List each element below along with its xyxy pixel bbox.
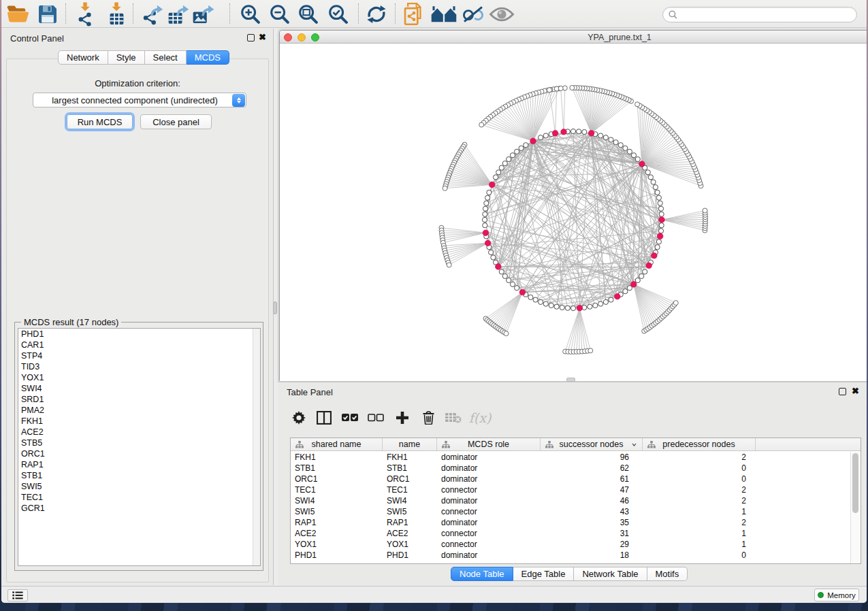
settings-button[interactable] <box>289 408 309 428</box>
mcds-result-item[interactable]: ORC1 <box>18 448 260 459</box>
column-header-predecessor-nodes[interactable]: predecessor nodes <box>643 438 756 450</box>
table-row[interactable]: RAP1RAP1dominator352 <box>291 517 861 528</box>
export-table-button[interactable] <box>167 3 191 25</box>
cell-successor-nodes[interactable]: 46 <box>541 496 643 506</box>
cell-shared-name[interactable]: YOX1 <box>291 540 383 549</box>
network-window-titlebar[interactable]: YPA_prune.txt_1 <box>280 31 867 44</box>
table-row[interactable]: ACE2ACE2connector311 <box>291 528 861 539</box>
close-table-panel-icon[interactable]: ✖ <box>852 386 859 396</box>
column-header-successor-nodes[interactable]: successor nodes <box>541 438 643 450</box>
cell-MCDS-role[interactable]: dominator <box>437 463 541 473</box>
cell-predecessor-nodes[interactable]: 2 <box>643 518 756 527</box>
mcds-result-item[interactable]: TEC1 <box>18 492 260 503</box>
cell-MCDS-role[interactable]: dominator <box>437 474 541 484</box>
run-mcds-button[interactable]: Run MCDS <box>67 114 133 129</box>
import-table-button[interactable] <box>104 3 129 25</box>
export-image-button[interactable] <box>191 3 216 25</box>
cell-successor-nodes[interactable]: 43 <box>541 507 643 516</box>
tab-network[interactable]: Network <box>58 50 108 65</box>
mcds-result-item[interactable]: STP4 <box>18 350 260 361</box>
mcds-result-item[interactable]: STB1 <box>18 470 260 481</box>
mcds-result-list[interactable]: PHD1CAR1STP4TID3YOX1SWI4SRD1PMA2FKH1ACE2… <box>18 328 261 566</box>
export-network-button[interactable] <box>141 3 165 25</box>
cell-name[interactable]: ORC1 <box>383 474 437 484</box>
tab-style[interactable]: Style <box>108 50 145 65</box>
table-row[interactable]: TEC1TEC1connector472 <box>291 484 861 495</box>
close-panel-button[interactable]: Close panel <box>140 114 212 129</box>
mcds-result-item[interactable]: CAR1 <box>18 340 260 350</box>
cell-predecessor-nodes[interactable]: 0 <box>643 474 756 484</box>
tab-select[interactable]: Select <box>145 50 187 65</box>
mcds-result-item[interactable]: GCR1 <box>18 503 260 514</box>
mcds-result-item[interactable]: ACE2 <box>18 427 260 437</box>
cell-successor-nodes[interactable]: 62 <box>541 463 643 473</box>
zoom-in-button[interactable] <box>238 3 262 25</box>
float-table-panel-icon[interactable] <box>839 388 846 395</box>
cell-MCDS-role[interactable]: dominator <box>437 452 541 462</box>
mcds-result-item[interactable]: FKH1 <box>18 416 260 427</box>
search-field[interactable] <box>662 7 857 22</box>
mcds-result-item[interactable]: SWI4 <box>18 383 260 394</box>
network-canvas[interactable] <box>280 44 867 381</box>
cell-MCDS-role[interactable]: dominator <box>437 496 541 506</box>
cell-predecessor-nodes[interactable]: 1 <box>643 529 756 538</box>
cell-name[interactable]: RAP1 <box>383 518 437 527</box>
cell-successor-nodes[interactable]: 47 <box>541 485 643 495</box>
mcds-result-item[interactable]: RAP1 <box>18 459 260 470</box>
cell-shared-name[interactable]: FKH1 <box>291 452 383 462</box>
table-scrollbar-thumb[interactable] <box>852 453 858 513</box>
cell-predecessor-nodes[interactable]: 2 <box>643 485 756 495</box>
search-input[interactable] <box>681 9 856 21</box>
cell-predecessor-nodes[interactable]: 1 <box>643 540 756 549</box>
cell-successor-nodes[interactable]: 18 <box>541 550 643 560</box>
mcds-result-item[interactable]: TID3 <box>18 361 260 372</box>
cell-name[interactable]: TEC1 <box>383 485 437 495</box>
cell-MCDS-role[interactable]: connector <box>437 529 541 538</box>
float-panel-icon[interactable] <box>247 34 255 42</box>
hide-glasses-button[interactable] <box>461 3 485 25</box>
column-header-MCDS-role[interactable]: MCDS role <box>437 438 541 450</box>
cell-MCDS-role[interactable]: dominator <box>437 518 541 527</box>
refresh-button[interactable] <box>364 3 389 25</box>
zoom-out-button[interactable] <box>267 3 291 25</box>
mcds-result-item[interactable]: PHD1 <box>18 329 260 340</box>
cell-successor-nodes[interactable]: 61 <box>541 474 643 484</box>
cell-shared-name[interactable]: SWI4 <box>291 496 383 506</box>
cell-MCDS-role[interactable]: connector <box>437 540 541 549</box>
column-header-name[interactable]: name <box>383 438 437 450</box>
cell-MCDS-role[interactable]: connector <box>437 485 541 495</box>
tab-motifs[interactable]: Motifs <box>647 567 688 581</box>
table-row[interactable]: ORC1ORC1dominator610 <box>291 474 861 484</box>
automation-panel-button[interactable] <box>7 589 28 601</box>
cell-name[interactable]: FKH1 <box>383 452 437 462</box>
cell-shared-name[interactable]: ACE2 <box>291 529 383 538</box>
cell-shared-name[interactable]: TEC1 <box>291 485 383 495</box>
show-eye-button[interactable] <box>489 3 514 25</box>
cell-shared-name[interactable]: RAP1 <box>291 518 383 527</box>
cell-shared-name[interactable]: SWI5 <box>291 507 383 516</box>
table-row[interactable]: FKH1FKH1dominator962 <box>291 452 861 463</box>
cell-successor-nodes[interactable]: 35 <box>541 518 643 527</box>
show-column-button[interactable] <box>314 408 334 428</box>
select-all-button[interactable] <box>340 408 360 428</box>
table-row[interactable]: SWI4SWI4dominator462 <box>291 495 861 506</box>
cell-successor-nodes[interactable]: 31 <box>541 529 643 538</box>
result-list-scrollbar[interactable] <box>253 329 260 565</box>
tab-node-table[interactable]: Node Table <box>451 567 513 581</box>
add-column-button[interactable] <box>392 408 413 428</box>
zoom-selected-button[interactable] <box>325 3 350 25</box>
save-session-button[interactable] <box>35 3 60 25</box>
delete-column-button[interactable] <box>418 408 438 428</box>
cell-name[interactable]: YOX1 <box>383 540 437 549</box>
ndex-browse-button[interactable] <box>432 3 456 25</box>
share-session-button[interactable] <box>402 3 426 25</box>
zoom-fit-button[interactable] <box>295 3 320 25</box>
cell-MCDS-role[interactable]: connector <box>437 507 541 516</box>
cell-shared-name[interactable]: STB1 <box>291 463 383 473</box>
mcds-result-item[interactable]: STB5 <box>18 437 260 448</box>
cell-MCDS-role[interactable]: dominator <box>437 550 541 560</box>
import-network-button[interactable] <box>73 3 97 25</box>
cell-successor-nodes[interactable]: 29 <box>541 540 643 549</box>
table-scrollbar[interactable] <box>850 452 860 563</box>
cell-name[interactable]: SWI5 <box>383 507 437 516</box>
